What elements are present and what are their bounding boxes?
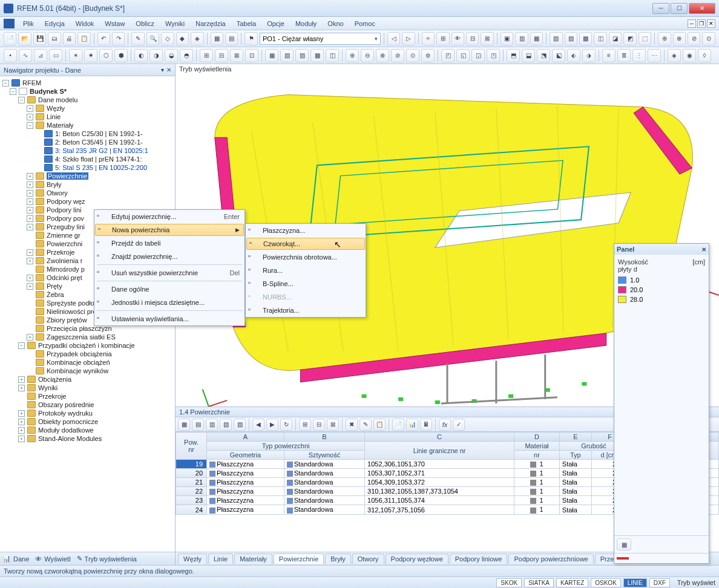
- tb2-22[interactable]: ⊕: [346, 49, 359, 62]
- tb2-1[interactable]: •: [4, 49, 17, 62]
- menu-tabela[interactable]: Tabela: [232, 19, 261, 28]
- status-box[interactable]: OSKOK: [591, 578, 621, 587]
- mdi-close[interactable]: ✕: [707, 19, 715, 28]
- print-icon[interactable]: 🖨: [63, 32, 76, 45]
- bottom-tab[interactable]: Materiały: [234, 554, 272, 564]
- icon-k[interactable]: ▦: [530, 32, 543, 45]
- icon-o[interactable]: ◫: [594, 32, 606, 45]
- menu-pomoc[interactable]: Pomoc: [350, 19, 380, 28]
- icon-g[interactable]: ⊟: [466, 32, 479, 45]
- tree-item[interactable]: +Moduły dodatkowe: [1, 426, 174, 434]
- context-menu-item[interactable]: ▫Usuń wszystkie powierzchnieDel: [94, 266, 245, 279]
- bottom-tab[interactable]: Linie: [208, 554, 233, 564]
- tree-item[interactable]: Kombinacje wyników: [1, 367, 174, 375]
- tt-7[interactable]: ▶: [266, 419, 278, 431]
- tb2-13[interactable]: ⊞: [200, 49, 213, 62]
- tb2-20[interactable]: ▩: [310, 49, 324, 62]
- tb2-17[interactable]: ▦: [265, 49, 278, 62]
- tree-item[interactable]: −Przypadki obciążeń i kombinacje: [1, 341, 174, 350]
- context-menu-item[interactable]: ▫B-Spline...: [246, 277, 366, 290]
- tt-17[interactable]: 🖩: [420, 419, 432, 431]
- status-box[interactable]: DXF: [649, 578, 670, 587]
- icon-l[interactable]: ▧: [550, 32, 562, 45]
- icon-t[interactable]: ⊗: [673, 32, 686, 45]
- tb2-3[interactable]: ⊿: [34, 49, 47, 62]
- icon-a[interactable]: ◇: [161, 32, 174, 45]
- nav-tab-dane[interactable]: 📊 Dane: [2, 555, 29, 563]
- tb2-11[interactable]: ◒: [165, 49, 178, 62]
- loadcase-icon[interactable]: ⚑: [245, 32, 257, 45]
- tb2-36[interactable]: ⬖: [567, 49, 580, 62]
- tt-4[interactable]: ▧: [220, 419, 232, 431]
- menu-edycja[interactable]: Edycja: [40, 19, 70, 28]
- status-box[interactable]: KARTEZ: [556, 578, 588, 587]
- tt-5[interactable]: ▨: [234, 419, 246, 431]
- nav-prev-icon[interactable]: ◁: [387, 32, 400, 45]
- icon-n[interactable]: ▩: [579, 32, 592, 45]
- tb2-31[interactable]: ◳: [487, 49, 500, 62]
- context-menu-item[interactable]: ▫Przejdź do tabeli: [94, 237, 245, 250]
- tb2-35[interactable]: ⬕: [552, 49, 565, 62]
- tt-6[interactable]: ◀: [252, 419, 264, 431]
- context-menu-item[interactable]: ▫Jednostki i miejsca dziesiętne...: [94, 296, 245, 309]
- tb2-7[interactable]: ⬡: [99, 49, 113, 62]
- icon-s[interactable]: ⊕: [658, 32, 671, 45]
- tree-item[interactable]: +Wyniki: [1, 384, 174, 392]
- tb2-43[interactable]: ◉: [683, 49, 696, 62]
- tree-item[interactable]: +Podpory węz: [1, 197, 174, 206]
- tb2-39[interactable]: ≣: [617, 49, 631, 62]
- tb2-34[interactable]: ⬔: [537, 49, 550, 62]
- tree-item[interactable]: −Dane modelu: [1, 96, 174, 104]
- status-box[interactable]: LINIE: [623, 578, 647, 587]
- tree-item[interactable]: +Zagęszczenia siatki ES: [1, 333, 174, 341]
- tb2-14[interactable]: ⊟: [215, 49, 228, 62]
- nav-tab-tryb[interactable]: ✎ Tryb wyświetlenia: [77, 555, 137, 563]
- legend-close-icon[interactable]: ✕: [701, 246, 706, 253]
- tb2-15[interactable]: ⊠: [230, 49, 243, 62]
- tb2-19[interactable]: ▨: [295, 49, 309, 62]
- menu-wstaw[interactable]: Wstaw: [100, 19, 130, 28]
- tb2-33[interactable]: ⬓: [522, 49, 535, 62]
- tree-item[interactable]: Kombinacje obciążeń: [1, 358, 174, 367]
- tb2-4[interactable]: ▭: [49, 49, 62, 62]
- tb2-6[interactable]: ✷: [84, 49, 97, 62]
- tb2-30[interactable]: ◲: [471, 49, 485, 62]
- context-menu-item[interactable]: ▫Ustawienia wyświetlania...: [94, 312, 245, 325]
- menu-plik[interactable]: Plik: [18, 19, 39, 28]
- nav-next-icon[interactable]: ▷: [402, 32, 415, 45]
- icon-u[interactable]: ⊘: [688, 32, 700, 45]
- menu-okno[interactable]: Okno: [323, 19, 348, 28]
- tb2-12[interactable]: ◓: [180, 49, 193, 62]
- tt-10[interactable]: ⊟: [313, 419, 325, 431]
- tb2-25[interactable]: ⊘: [391, 49, 404, 62]
- tree-item[interactable]: +Obciążenia: [1, 375, 174, 384]
- tt-18[interactable]: fx: [439, 419, 451, 431]
- context-menu-item[interactable]: ▫Edytuj powierzchnię...Enter: [94, 210, 245, 223]
- icon-q[interactable]: ◩: [623, 32, 636, 45]
- tb2-18[interactable]: ▧: [280, 49, 294, 62]
- bottom-tab[interactable]: Podpory węzłowe: [386, 554, 448, 564]
- icon-b[interactable]: ◆: [176, 32, 189, 45]
- printview-icon[interactable]: 📋: [77, 32, 90, 45]
- context-menu-powierzchnie[interactable]: ▫Edytuj powierzchnię...Enter▫Nowa powier…: [94, 209, 245, 326]
- tree-item[interactable]: +Węzły: [1, 104, 174, 113]
- icon-p[interactable]: ◪: [609, 32, 622, 45]
- tree-item[interactable]: Przypadek obciążenia: [1, 350, 174, 358]
- loadcase-combo[interactable]: PO1 - Ciężar własny: [260, 33, 381, 45]
- tree-item[interactable]: +Powierzchnie: [1, 172, 174, 180]
- tb2-40[interactable]: ⋮: [632, 49, 646, 62]
- tt-19[interactable]: ✓: [453, 419, 465, 431]
- context-menu-item[interactable]: ▫Rura...: [246, 264, 366, 277]
- bottom-tab[interactable]: Bryły: [325, 554, 350, 564]
- tt-12[interactable]: ✖: [346, 419, 358, 431]
- menu-opcje[interactable]: Opcje: [262, 19, 289, 28]
- tb2-41[interactable]: ⋯: [648, 49, 661, 62]
- tb2-8[interactable]: ⬢: [114, 49, 128, 62]
- tt-15[interactable]: 📄: [392, 419, 404, 431]
- legend-btn-1[interactable]: ▦: [617, 538, 631, 550]
- menu-moduly[interactable]: Moduły: [291, 19, 321, 28]
- tt-8[interactable]: ↻: [280, 419, 292, 431]
- tree-item[interactable]: 5: Stal S 235 | EN 10025-2:200: [1, 163, 174, 172]
- tb2-38[interactable]: ≡: [602, 49, 616, 62]
- icon-h[interactable]: ⊠: [481, 32, 493, 45]
